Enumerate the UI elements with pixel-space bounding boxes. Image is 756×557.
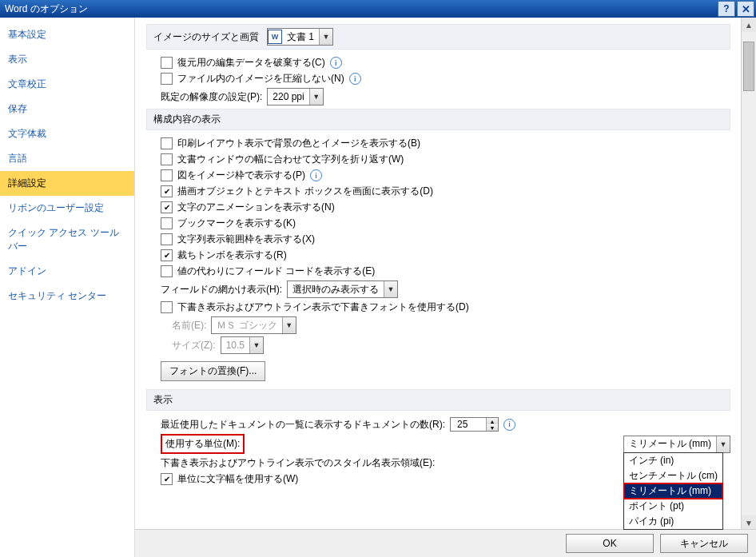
lbl-recent-docs: 最近使用したドキュメントの一覧に表示するドキュメントの数(R): (161, 418, 445, 432)
titlebar: Word のオプション ? ✕ (0, 0, 756, 18)
chk-wrap-window[interactable] (161, 153, 173, 165)
chk-char-width-unit[interactable] (161, 473, 173, 485)
lbl-print-bg: 印刷レイアウト表示で背景の色とイメージを表示する(B) (177, 137, 420, 150)
info-icon[interactable]: i (349, 73, 361, 85)
nav-typography[interactable]: 文字体裁 (0, 121, 134, 146)
chk-text-anim[interactable] (161, 201, 173, 213)
lbl-style-area: 下書き表示およびアウトライン表示でのスタイル名表示領域(E): (161, 456, 435, 470)
nav-addins[interactable]: アドイン (0, 259, 134, 284)
nav-advanced[interactable]: 詳細設定 (0, 171, 134, 196)
chevron-down-icon: ▼ (309, 89, 323, 105)
scroll-thumb[interactable] (743, 42, 754, 91)
info-icon[interactable]: i (310, 169, 322, 181)
lbl-draft-font: 下書き表示およびアウトライン表示で下書きフォントを使用する(D) (177, 300, 469, 314)
chk-draft-font[interactable] (161, 301, 173, 313)
nav-save[interactable]: 保存 (0, 97, 134, 121)
lbl-pic-placeholder: 図をイメージ枠で表示する(P) (177, 169, 305, 182)
unit-option-inch[interactable]: インチ (in) (624, 453, 722, 468)
help-button[interactable]: ? (718, 1, 735, 17)
nav-language[interactable]: 言語 (0, 146, 134, 171)
lbl-text-anim: 文字のアニメーションを表示する(N) (177, 201, 335, 214)
lbl-crop-marks: 裁ちトンボを表示する(R) (177, 249, 287, 262)
nav-ribbon[interactable]: リボンのユーザー設定 (0, 196, 134, 221)
font-name-combo: ＭＳ ゴシック ▼ (211, 316, 296, 334)
info-icon[interactable]: i (503, 419, 515, 431)
unit-option-cm[interactable]: センチメートル (cm) (624, 468, 722, 483)
settings-panel: イメージのサイズと画質 W 文書 1 ▼ 復元用の編集データを破棄する(C) i… (135, 18, 738, 530)
font-substitution-button[interactable]: フォントの置換(F)... (161, 361, 265, 381)
chk-text-boundaries[interactable] (161, 233, 173, 245)
section-image-quality: イメージのサイズと画質 W 文書 1 ▼ (146, 24, 730, 50)
scroll-down-icon[interactable]: ▼ (742, 515, 756, 530)
font-size-combo: 10.5 ▼ (221, 336, 264, 354)
unit-option-pt[interactable]: ポイント (pt) (624, 499, 722, 514)
chk-bookmarks[interactable] (161, 217, 173, 229)
nav-proofing[interactable]: 文章校正 (0, 72, 134, 97)
lbl-char-width-unit: 単位に文字幅を使用する(W) (177, 472, 298, 486)
options-window: Word のオプション ? ✕ 基本設定 表示 文章校正 保存 文字体裁 言語 … (0, 0, 756, 557)
lbl-font-name: 名前(E): (172, 319, 206, 332)
nav-trust[interactable]: セキュリティ センター (0, 284, 134, 308)
vertical-scrollbar[interactable]: ▲ ▼ (741, 18, 756, 530)
image-doc-combo[interactable]: W 文書 1 ▼ (267, 28, 333, 46)
unit-option-pi[interactable]: パイカ (pi) (624, 514, 722, 529)
unit-combo[interactable]: ミリメートル (mm) ▼ (623, 436, 730, 453)
lbl-wrap-window: 文書ウィンドウの幅に合わせて文字列を折り返す(W) (177, 153, 404, 166)
lbl-unit: 使用する単位(M): (165, 438, 240, 449)
section-display: 表示 (146, 389, 730, 411)
chevron-down-icon: ▼ (384, 281, 397, 297)
chk-print-bg[interactable] (161, 137, 173, 149)
info-icon[interactable]: i (330, 57, 342, 69)
nav-basic[interactable]: 基本設定 (0, 22, 134, 47)
category-sidebar: 基本設定 表示 文章校正 保存 文字体裁 言語 詳細設定 リボンのユーザー設定 … (0, 18, 135, 557)
word-doc-icon: W (268, 30, 282, 44)
lbl-default-res: 既定の解像度の設定(P): (161, 90, 262, 104)
chk-show-drawings[interactable] (161, 185, 173, 197)
chk-discard-edit[interactable] (161, 57, 173, 69)
field-shading-combo[interactable]: 選択時のみ表示する ▼ (287, 280, 398, 298)
highlight-annotation: 使用する単位(M): (161, 434, 245, 454)
recent-docs-spinner[interactable]: 25 ▲▼ (450, 417, 499, 432)
nav-display[interactable]: 表示 (0, 47, 134, 72)
section-doc-content: 構成内容の表示 (146, 109, 730, 130)
section-doc-title: 構成内容の表示 (153, 113, 221, 126)
section-image-title: イメージのサイズと画質 (153, 30, 259, 44)
chevron-down-icon: ▼ (319, 29, 332, 45)
nav-qat[interactable]: クイック アクセス ツール バー (0, 221, 134, 259)
lbl-no-compress: ファイル内のイメージを圧縮しない(N) (177, 72, 344, 86)
lbl-discard-edit: 復元用の編集データを破棄する(C) (177, 56, 325, 70)
default-res-combo[interactable]: 220 ppi ▼ (267, 88, 323, 105)
scroll-up-icon[interactable]: ▲ (742, 18, 756, 32)
ok-button[interactable]: OK (566, 534, 654, 553)
lbl-field-codes: 値の代わりにフィールド コードを表示する(E) (177, 265, 375, 278)
section-display-title: 表示 (153, 393, 173, 407)
spin-up-icon[interactable]: ▲ (487, 418, 498, 424)
chevron-down-icon: ▼ (716, 436, 730, 452)
lbl-font-size: サイズ(Z): (172, 339, 216, 352)
chk-pic-placeholder[interactable] (161, 169, 173, 181)
chk-field-codes[interactable] (161, 265, 173, 277)
lbl-show-drawings: 描画オブジェクトとテキスト ボックスを画面に表示する(D) (177, 185, 433, 198)
chk-no-compress[interactable] (161, 73, 173, 85)
lbl-text-boundaries: 文字列表示範囲枠を表示する(X) (177, 233, 315, 246)
chevron-down-icon: ▼ (282, 317, 296, 333)
spin-down-icon[interactable]: ▼ (487, 424, 498, 431)
unit-dropdown-list[interactable]: インチ (in) センチメートル (cm) ミリメートル (mm) ポイント (… (623, 452, 723, 530)
lbl-field-shading: フィールドの網かけ表示(H): (161, 283, 282, 296)
lbl-bookmarks: ブックマークを表示する(K) (177, 217, 296, 230)
unit-option-mm[interactable]: ミリメートル (mm) (624, 483, 722, 499)
chevron-down-icon: ▼ (249, 337, 263, 353)
chk-crop-marks[interactable] (161, 249, 173, 261)
window-title: Word のオプション (5, 2, 88, 16)
close-button[interactable]: ✕ (737, 1, 754, 17)
dialog-footer: OK キャンセル (135, 529, 756, 557)
cancel-button[interactable]: キャンセル (660, 534, 748, 553)
